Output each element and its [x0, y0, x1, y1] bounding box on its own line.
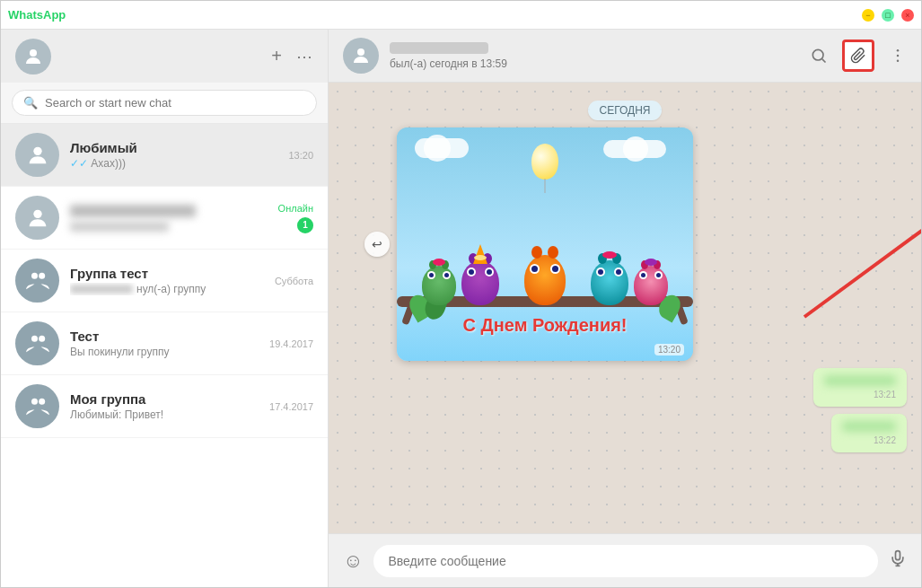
- chat-input-bar: ☺: [329, 533, 921, 587]
- chat-time-gruppa-test: Суббота: [275, 276, 313, 286]
- date-badge: СЕГОДНЯ: [588, 101, 661, 120]
- sticker-message-wrap: ↩: [343, 127, 907, 361]
- chat-item-moya-gruppa[interactable]: Моя группа Любимый: Привет! 17.4.2017: [1, 375, 328, 438]
- chat-area: был(-а) сегодня в 13:59: [329, 30, 921, 587]
- chat-time-lyubimiy: 13:20: [288, 150, 313, 161]
- svg-point-5: [31, 335, 38, 341]
- more-options-button[interactable]: [889, 47, 907, 65]
- svg-point-8: [39, 398, 45, 404]
- svg-point-6: [39, 335, 45, 341]
- chat-header-icons: [810, 39, 907, 72]
- chat-name-test: Тест: [70, 329, 259, 344]
- chat-messages: СЕГОДНЯ ↩: [329, 83, 921, 533]
- svg-point-9: [357, 48, 364, 56]
- search-icon: 🔍: [23, 96, 38, 110]
- chat-header-info: был(-а) сегодня в 13:59: [390, 42, 799, 70]
- chat-item-lyubimiy[interactable]: Любимый ✓✓ Ахах))) 13:20: [1, 124, 328, 187]
- chat-meta-test: 19.4.2017: [269, 338, 313, 349]
- chat-item-blurred1[interactable]: Онлайн 1: [1, 187, 328, 250]
- chat-meta-lyubimiy: 13:20: [288, 150, 313, 161]
- chat-avatar-lyubimiy: [15, 133, 59, 177]
- chat-meta-gruppa-test: Суббота: [275, 276, 313, 286]
- date-divider: СЕГОДНЯ: [343, 101, 907, 120]
- chat-avatar-moya-gruppa: [15, 384, 59, 428]
- outgoing-time: 13:21: [824, 390, 896, 399]
- svg-point-13: [897, 55, 900, 57]
- message-input[interactable]: [373, 545, 878, 577]
- svg-point-1: [33, 146, 41, 154]
- chat-preview-test: Вы покинули группу: [70, 346, 259, 358]
- attachment-button[interactable]: [842, 39, 874, 72]
- outgoing-text-blurred: [824, 375, 896, 386]
- svg-point-0: [30, 49, 37, 57]
- sticker-message: С Днем Рождения! 13:20: [397, 127, 693, 361]
- svg-point-2: [33, 209, 41, 217]
- svg-point-3: [31, 272, 38, 278]
- chat-meta-blurred1: Онлайн 1: [278, 203, 313, 233]
- sticker-time: 13:20: [654, 344, 684, 355]
- chat-time-blurred1: Онлайн: [278, 203, 313, 214]
- chat-item-gruppa-test[interactable]: Группа тест нул(-а) группу Суббота: [1, 250, 328, 312]
- svg-point-7: [31, 398, 38, 404]
- main-layout: + ⋯ 🔍: [1, 30, 921, 587]
- app-window: WhatsApp − □ × + ⋯: [0, 0, 922, 588]
- chat-preview-blurred1: [70, 222, 169, 232]
- chat-name-gruppa-test: Группа тест: [70, 266, 264, 281]
- maximize-button[interactable]: □: [882, 9, 894, 22]
- chat-list: Любимый ✓✓ Ахах))) 13:20: [1, 124, 328, 587]
- chat-header-status: был(-а) сегодня в 13:59: [390, 57, 799, 70]
- chat-avatar-blurred1: [15, 196, 59, 240]
- svg-line-11: [822, 59, 826, 63]
- unread-badge-blurred1: 1: [297, 217, 313, 233]
- chat-meta-moya-gruppa: 17.4.2017: [269, 401, 313, 412]
- search-input[interactable]: [45, 96, 305, 110]
- birthday-text: С Днем Рождения!: [462, 315, 627, 336]
- outgoing-message-wrap: 13:21: [343, 368, 907, 407]
- chat-header: был(-а) сегодня в 13:59: [329, 30, 921, 83]
- mic-button[interactable]: [889, 549, 907, 572]
- title-bar: WhatsApp − □ ×: [1, 1, 921, 30]
- chat-preview-moya-gruppa: Любимый: Привет!: [70, 408, 259, 421]
- chat-preview-gruppa-test: нул(-а) группу: [70, 283, 264, 295]
- outgoing-bubble-2: 13:22: [831, 414, 907, 452]
- menu-button[interactable]: ⋯: [296, 47, 313, 66]
- app-title: WhatsApp: [8, 8, 66, 22]
- search-chat-button[interactable]: [810, 47, 828, 65]
- svg-point-10: [812, 49, 823, 60]
- chat-header-name-blur: [390, 42, 488, 54]
- outgoing-bubble: 13:21: [813, 368, 907, 407]
- svg-point-12: [897, 49, 900, 52]
- sidebar-header-icons: + ⋯: [271, 46, 313, 66]
- outgoing-time-2: 13:22: [842, 435, 896, 445]
- sidebar: + ⋯ 🔍: [1, 30, 329, 587]
- chat-name-moya-gruppa: Моя группа: [70, 391, 259, 407]
- chat-info-blurred1: [70, 205, 268, 232]
- chat-name-blurred1: [70, 205, 196, 217]
- chat-avatar-test: [15, 321, 59, 365]
- outgoing-message-wrap-2: 13:22: [343, 414, 907, 452]
- chat-time-test: 19.4.2017: [269, 338, 313, 349]
- close-button[interactable]: ×: [901, 9, 914, 22]
- chat-info-moya-gruppa: Моя группа Любимый: Привет!: [70, 391, 259, 421]
- chat-info-lyubimiy: Любимый ✓✓ Ахах))): [70, 140, 277, 170]
- search-bar: 🔍: [1, 83, 328, 124]
- chat-info-test: Тест Вы покинули группу: [70, 329, 259, 358]
- attachment-button-container: [842, 39, 874, 72]
- chat-header-avatar: [343, 38, 379, 74]
- svg-point-4: [39, 272, 45, 278]
- outgoing-text-blurred-2: [842, 421, 896, 432]
- minimize-button[interactable]: −: [862, 9, 874, 22]
- sticker-image: С Днем Рождения!: [397, 127, 693, 361]
- chat-avatar-gruppa-test: [15, 259, 59, 303]
- svg-point-14: [897, 60, 900, 63]
- tick-icon: ✓✓: [70, 157, 91, 170]
- chat-name-lyubimiy: Любимый: [70, 140, 277, 155]
- new-chat-button[interactable]: +: [271, 46, 282, 66]
- chat-item-test[interactable]: Тест Вы покинули группу 19.4.2017: [1, 312, 328, 375]
- my-avatar[interactable]: [15, 39, 51, 75]
- forward-button[interactable]: ↩: [364, 232, 390, 257]
- chat-info-gruppa-test: Группа тест нул(-а) группу: [70, 266, 264, 295]
- sidebar-header: + ⋯: [1, 30, 328, 83]
- chat-preview-lyubimiy: ✓✓ Ахах))): [70, 157, 277, 170]
- emoji-button[interactable]: ☺: [343, 549, 363, 573]
